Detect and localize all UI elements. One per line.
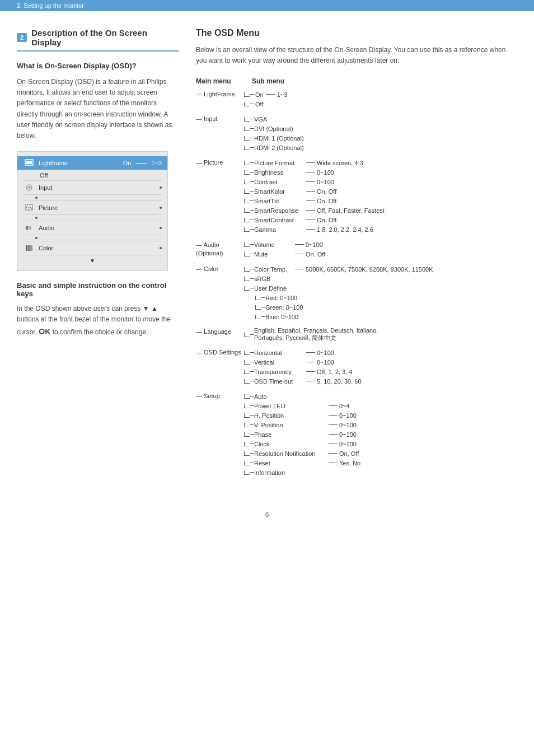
lightframe-on-val: 1~3: [277, 91, 288, 98]
setup-information: Information: [244, 468, 517, 477]
setup-resnotif-val: On, Off: [339, 450, 359, 457]
color-srgb: sRGB: [244, 274, 517, 283]
lightframe-on: On 1~3: [244, 90, 517, 99]
picture-smartkolor: SmartKolor On, Off: [244, 186, 517, 196]
osd-lightframe-row: Lightframe On 1~3: [17, 156, 167, 170]
osd-horizontal-val: 0~100: [317, 349, 334, 356]
osd-picture-row: Picture: [23, 201, 162, 215]
section-title: Description of the On Screen Display: [31, 28, 179, 47]
picture-subs: Picture Format Wide screen, 4:3 Brightne…: [244, 158, 517, 234]
picture-block: — Picture Picture Format Wide screen, 4:…: [196, 158, 517, 234]
audio-mute-val: On, Off: [306, 251, 325, 258]
color-block: — Color Color Temp. 5000K, 6500K, 7500K,…: [196, 264, 517, 321]
setup-resnotif-label: Resolution Notification: [254, 450, 327, 457]
section-heading: 2 Description of the On Screen Display: [17, 28, 179, 52]
picture-smartkolor-val: On, Off: [317, 188, 336, 195]
color-green-label: Green: 0~100: [265, 304, 303, 311]
picture-smartresponse-val: Off, Fast, Faster, Fastest: [317, 207, 385, 214]
osd-description: On-Screen Display (OSD) is a feature in …: [17, 77, 179, 141]
input-icon: [23, 183, 35, 193]
col-sub-label: Sub menu: [252, 77, 517, 85]
page-number: 6: [0, 500, 534, 524]
setup-reset-label: Reset: [254, 460, 327, 466]
color-userdefine-label: User Define: [254, 285, 287, 292]
picture-gamma: Gamma 1.8, 2.0, 2.2, 2.4, 2.6: [244, 225, 517, 234]
osd-vertical: Vertical 0~100: [244, 357, 517, 367]
setup-phase-val: 0~100: [339, 431, 357, 438]
audio-main: — Audio(Optional): [196, 240, 244, 259]
audio-mute: Mute On, Off: [244, 249, 517, 259]
lightframe-main: — LightFrame: [196, 90, 244, 109]
banner-text: 2. Setting up the monitor: [17, 2, 84, 9]
picture-smartcontrast: SmartContrast On, Off: [244, 215, 517, 225]
setup-auto-label: Auto: [254, 393, 267, 400]
section-number: 2: [17, 33, 27, 42]
dot-right-7: [160, 247, 162, 249]
dot-right-6: [35, 237, 38, 239]
svg-rect-7: [30, 245, 32, 251]
menu-headers: Main menu Sub menu: [196, 77, 517, 85]
osd-transparency-label: Transparency: [254, 368, 305, 375]
audio-volume-label: Volume: [254, 241, 293, 248]
osd-color-row: Color: [23, 241, 162, 255]
setup-resnotif: Resolution Notification On, Off: [244, 449, 517, 458]
osd-dot-row-1: Input: [23, 181, 162, 195]
lightframe-on-label: On: [255, 91, 264, 98]
osd-settings-block: — OSD Settings Horizontal 0~100 Vertical: [196, 348, 517, 386]
setup-powerled-label: Power LED: [254, 403, 327, 409]
setup-vposition-val: 0~100: [339, 422, 357, 428]
color-subs: Color Temp. 5000K, 6500K, 7500K, 8200K, …: [244, 264, 517, 321]
osd-timeout-val: 5, 10, 20, 30, 60: [317, 378, 362, 385]
dot-right-1: [160, 186, 162, 189]
dot-right-3: [160, 207, 162, 209]
osd-inner: Lightframe On 1~3 Off Input: [17, 152, 167, 270]
osd-settings-main: — OSD Settings: [196, 348, 244, 386]
setup-clock: Clock 0~100: [244, 439, 517, 449]
picture-gamma-val: 1.8, 2.0, 2.2, 2.4, 2.6: [317, 226, 373, 233]
picture-contrast-val: 0~100: [317, 179, 334, 185]
color-temp-val: 5000K, 6500K, 7500K, 8200K, 9300K, 11500…: [306, 266, 433, 273]
picture-smartkolor-label: SmartKolor: [254, 188, 305, 195]
color-icon: [23, 243, 35, 253]
control-text: In the OSD shown above users can press ▼…: [17, 304, 179, 338]
color-blue: Blue: 0~100: [255, 312, 517, 321]
picture-label: Picture: [39, 204, 160, 211]
language-main: — Language: [196, 327, 244, 342]
osd-off-row: Off: [23, 170, 162, 181]
control-text-2: to confirm the choice or change.: [53, 328, 148, 336]
lightframe-off-label: Off: [255, 101, 263, 108]
svg-rect-6: [28, 245, 30, 251]
setup-hposition-label: H. Position: [254, 412, 327, 419]
left-column: 2 Description of the On Screen Display W…: [17, 28, 179, 483]
osd-audio-row: Audio: [23, 221, 162, 235]
input-dvi-label: DVI (Optional): [254, 125, 293, 132]
osd-vertical-val: 0~100: [317, 359, 334, 366]
picture-brightness-label: Brightness: [254, 169, 305, 176]
svg-rect-4: [26, 226, 28, 230]
osd-dot-row-3: [23, 215, 162, 221]
color-label: Color: [39, 245, 160, 251]
language-subs: English, Español, Français, Deutsch, Ita…: [244, 327, 517, 342]
input-hdmi2-label: HDMI 2 (Optional): [254, 144, 304, 151]
lightframe-block: — LightFrame On 1~3 Off: [196, 90, 517, 109]
setup-phase-label: Phase: [254, 431, 327, 438]
lightframe-icon: [23, 158, 35, 168]
setup-vposition: V. Position 0~100: [244, 420, 517, 430]
input-main: — Input: [196, 114, 244, 152]
color-main: — Color: [196, 264, 244, 321]
setup-reset-val: Yes, No: [339, 460, 360, 466]
language-block: — Language English, Español, Français, D…: [196, 327, 517, 342]
input-hdmi2: HDMI 2 (Optional): [244, 143, 517, 152]
input-vga: VGA: [244, 114, 517, 124]
picture-format-val: Wide screen, 4:3: [317, 160, 363, 166]
color-userdefine: User Define: [244, 283, 517, 293]
color-temp-label: Color Temp.: [254, 266, 293, 273]
input-hdmi1: HDMI 1 (Optional): [244, 133, 517, 143]
setup-phase: Phase 0~100: [244, 430, 517, 439]
audio-volume: Volume 0~100: [244, 240, 517, 249]
setup-reset: Reset Yes, No: [244, 458, 517, 468]
input-block: — Input VGA DVI (Optional): [196, 114, 517, 152]
picture-format: Picture Format Wide screen, 4:3: [244, 158, 517, 167]
menu-tree: — LightFrame On 1~3 Off: [196, 90, 517, 483]
right-column: The OSD Menu Below is an overall view of…: [196, 28, 517, 483]
